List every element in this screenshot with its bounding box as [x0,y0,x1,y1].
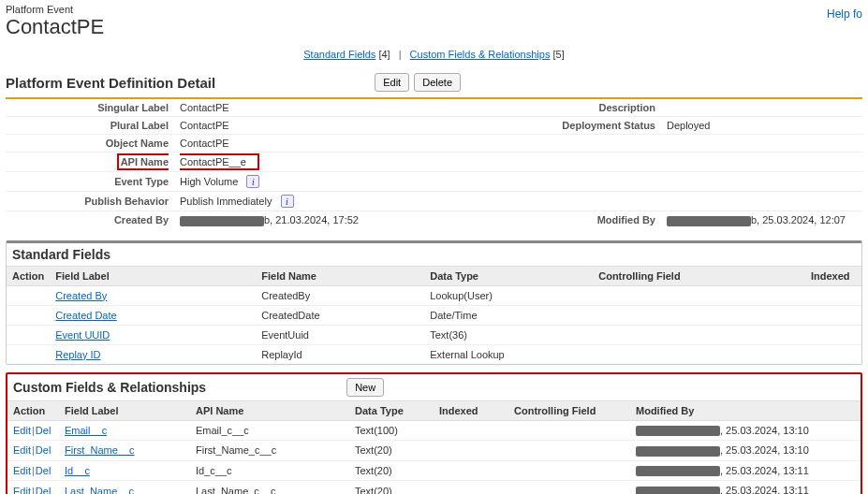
val-modified-by-suffix: b, 25.03.2024, 12:07 [751,214,846,225]
page-title: ContactPE [6,15,104,41]
new-custom-field-button[interactable]: New [346,378,384,397]
del-link[interactable]: Del [36,486,51,494]
lbl-description: Description [493,98,661,117]
col-data-type: Data Type [349,400,434,420]
anchor-custom-count: [5] [552,49,564,60]
table-row: Event UUIDEventUuidText(36) [7,325,861,344]
edit-link[interactable]: Edit [13,486,31,494]
cust-api-name: First_Name_c__c [190,441,349,461]
std-field-link[interactable]: Event UUID [55,329,110,341]
cust-data-type: Text(100) [349,420,434,441]
cust-data-type: Text(20) [349,460,434,481]
col-api-name: API Name [190,400,349,420]
lbl-publish-behavior: Publish Behavior [6,192,174,211]
std-field-name: ReplayId [256,344,424,364]
std-field-link[interactable]: Replay ID [55,349,100,360]
cust-field-link[interactable]: First_Name__c [65,444,135,456]
cust-field-link[interactable]: Id__c [65,465,90,476]
cust-api-name: Email_c__c [190,420,349,441]
val-publish-behavior: Publish Immediately [180,196,272,207]
anchor-nav: Standard Fields [4] | Custom Fields & Re… [6,41,862,73]
info-icon[interactable]: i [246,175,259,188]
std-field-name: CreatedBy [256,285,424,305]
lbl-event-type: Event Type [6,172,174,192]
col-modified-by: Modified By [630,400,861,420]
cust-field-link[interactable]: Last_Name__c [65,486,134,494]
anchor-custom-fields[interactable]: Custom Fields & Relationships [410,49,551,60]
lbl-api-name: API Name [117,153,169,170]
col-controlling-field: Controlling Field [508,400,630,420]
val-singular: ContactPE [174,98,493,117]
std-data-type: External Lookup [424,344,593,364]
col-field-name: Field Name [256,266,424,285]
edit-link[interactable]: Edit [13,444,31,456]
col-indexed: Indexed [434,400,508,420]
table-row: Edit|DelLast_Name__cLast_Name_c__cText(2… [7,481,861,494]
col-field-label: Field Label [50,266,256,285]
table-row: Created ByCreatedByLookup(User) [7,285,861,305]
edit-button[interactable]: Edit [375,73,409,92]
info-icon[interactable]: i [281,195,294,208]
custom-fields-section: Custom Fields & Relationships New Action… [6,372,862,494]
cust-modified-by: , 25.03.2024, 13:10 [630,441,861,461]
del-link[interactable]: Del [36,425,51,436]
del-link[interactable]: Del [36,444,51,456]
val-object-name: ContactPE [174,135,493,153]
page-type-label: Platform Event [6,4,104,15]
detail-section-title: Platform Event Definition Detail [6,75,215,91]
cust-modified-by: , 25.03.2024, 13:11 [630,460,861,481]
table-row: Edit|DelEmail__cEmail_c__cText(100), 25.… [7,420,861,441]
cust-modified-by: , 25.03.2024, 13:11 [630,481,861,494]
anchor-standard-count: [4] [378,49,390,60]
cust-modified-by: , 25.03.2024, 13:10 [630,420,861,441]
col-action: Action [7,266,50,285]
edit-link[interactable]: Edit [13,465,31,476]
help-link[interactable]: Help fo [827,4,862,21]
cust-api-name: Last_Name_c__c [190,481,349,494]
standard-fields-section: Standard Fields Action Field Label Field… [6,240,862,365]
del-link[interactable]: Del [36,465,51,476]
anchor-standard-fields[interactable]: Standard Fields [303,49,375,60]
val-plural: ContactPE [174,117,493,135]
std-field-link[interactable]: Created Date [55,310,116,321]
separator: | [399,49,402,60]
val-api-name: ContactPE__e [180,153,259,170]
lbl-created-by: Created By [6,211,174,229]
col-data-type: Data Type [424,266,593,285]
lbl-plural: Plural Label [6,117,174,135]
custom-fields-title: Custom Fields & Relationships [13,380,206,395]
delete-button[interactable]: Delete [414,73,461,92]
col-action: Action [7,400,59,420]
std-data-type: Date/Time [424,305,593,325]
standard-fields-title: Standard Fields [12,247,110,262]
std-field-name: EventUuid [256,325,424,344]
std-field-name: CreatedDate [256,305,424,325]
std-field-link[interactable]: Created By [55,290,107,301]
redacted-user [180,216,264,226]
table-row: Created DateCreatedDateDate/Time [7,305,861,325]
val-created-by-suffix: b, 21.03.2024, 17:52 [264,214,359,225]
lbl-singular: Singular Label [6,98,174,117]
table-row: Replay IDReplayIdExternal Lookup [7,344,861,364]
redacted-user [667,216,751,226]
val-event-type: High Volume [180,176,238,187]
cust-data-type: Text(20) [349,481,434,494]
col-controlling-field: Controlling Field [593,266,805,285]
std-data-type: Text(36) [424,325,593,344]
cust-api-name: Id_c__c [190,460,349,481]
col-field-label: Field Label [59,400,190,420]
lbl-deploy-status: Deployment Status [493,117,661,135]
std-data-type: Lookup(User) [424,285,593,305]
cust-field-link[interactable]: Email__c [65,425,107,436]
table-row: Edit|DelId__cId_c__cText(20), 25.03.2024… [7,460,861,481]
cust-data-type: Text(20) [349,441,434,461]
detail-table: Singular Label ContactPE Description Plu… [6,97,862,229]
edit-link[interactable]: Edit [13,425,31,436]
lbl-object-name: Object Name [6,135,174,153]
val-description [661,98,862,117]
lbl-modified-by: Modified By [493,211,661,229]
val-deploy-status: Deployed [661,117,862,135]
table-row: Edit|DelFirst_Name__cFirst_Name_c__cText… [7,441,861,461]
col-indexed: Indexed [805,266,861,285]
